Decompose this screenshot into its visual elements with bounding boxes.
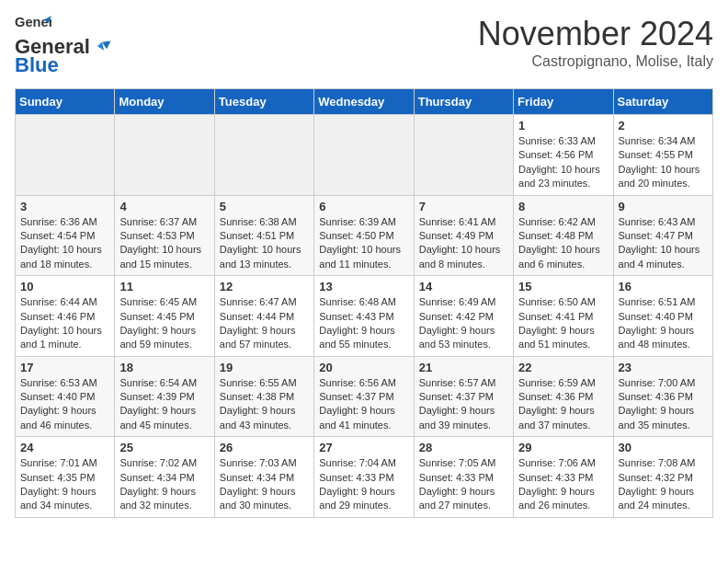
day-number: 27 [319, 441, 408, 454]
day-number: 11 [119, 280, 209, 293]
week-row-1: 1Sunrise: 6:33 AMSunset: 4:56 PMDaylight… [16, 115, 713, 196]
day-number: 24 [20, 441, 109, 454]
calendar-cell: 20Sunrise: 6:56 AMSunset: 4:37 PMDayligh… [314, 356, 414, 437]
day-number: 22 [518, 361, 608, 374]
day-info: Sunrise: 6:37 AMSunset: 4:53 PMDaylight:… [119, 215, 209, 272]
day-info: Sunrise: 6:45 AMSunset: 4:45 PMDaylight:… [119, 295, 209, 352]
day-number: 3 [20, 200, 109, 213]
day-info: Sunrise: 6:34 AMSunset: 4:55 PMDaylight:… [619, 134, 708, 191]
day-info: Sunrise: 6:57 AMSunset: 4:37 PMDaylight:… [419, 376, 508, 433]
day-number: 28 [419, 441, 508, 454]
day-number: 16 [619, 280, 708, 293]
calendar-cell: 15Sunrise: 6:50 AMSunset: 4:41 PMDayligh… [514, 276, 613, 357]
logo-icon: General [15, 15, 51, 33]
day-number: 10 [20, 280, 109, 293]
calendar-cell: 17Sunrise: 6:53 AMSunset: 4:40 PMDayligh… [16, 356, 115, 437]
logo-bird-icon [92, 40, 112, 54]
calendar-table: SundayMondayTuesdayWednesdayThursdayFrid… [15, 88, 713, 518]
location: Castropignano, Molise, Italy [478, 53, 713, 70]
calendar-cell: 7Sunrise: 6:41 AMSunset: 4:49 PMDaylight… [414, 195, 513, 276]
day-info: Sunrise: 7:08 AMSunset: 4:32 PMDaylight:… [619, 456, 708, 513]
calendar-cell: 1Sunrise: 6:33 AMSunset: 4:56 PMDaylight… [514, 115, 613, 196]
day-number: 17 [20, 361, 109, 374]
calendar-cell: 9Sunrise: 6:43 AMSunset: 4:47 PMDaylight… [613, 195, 712, 276]
week-row-4: 17Sunrise: 6:53 AMSunset: 4:40 PMDayligh… [16, 356, 713, 437]
week-row-2: 3Sunrise: 6:36 AMSunset: 4:54 PMDaylight… [16, 195, 713, 276]
week-row-3: 10Sunrise: 6:44 AMSunset: 4:46 PMDayligh… [16, 276, 713, 357]
day-info: Sunrise: 7:05 AMSunset: 4:33 PMDaylight:… [419, 456, 508, 513]
calendar-cell: 21Sunrise: 6:57 AMSunset: 4:37 PMDayligh… [414, 356, 513, 437]
calendar-cell: 19Sunrise: 6:55 AMSunset: 4:38 PMDayligh… [214, 356, 313, 437]
day-number: 13 [319, 280, 408, 293]
day-info: Sunrise: 6:38 AMSunset: 4:51 PMDaylight:… [220, 215, 309, 272]
calendar-cell: 29Sunrise: 7:06 AMSunset: 4:33 PMDayligh… [514, 437, 613, 518]
day-info: Sunrise: 6:50 AMSunset: 4:41 PMDaylight:… [518, 295, 608, 352]
day-number: 7 [419, 200, 508, 213]
calendar-cell: 4Sunrise: 6:37 AMSunset: 4:53 PMDaylight… [115, 195, 214, 276]
calendar-cell: 30Sunrise: 7:08 AMSunset: 4:32 PMDayligh… [613, 437, 712, 518]
calendar-cell [16, 115, 115, 196]
day-number: 4 [119, 200, 209, 213]
day-info: Sunrise: 7:06 AMSunset: 4:33 PMDaylight:… [518, 456, 608, 513]
calendar-cell: 11Sunrise: 6:45 AMSunset: 4:45 PMDayligh… [115, 276, 214, 357]
col-header-saturday: Saturday [613, 89, 712, 115]
svg-text:General: General [15, 15, 51, 29]
day-number: 8 [518, 200, 608, 213]
calendar-cell: 22Sunrise: 6:59 AMSunset: 4:36 PMDayligh… [514, 356, 613, 437]
logo: General General Blue [15, 15, 114, 77]
week-row-5: 24Sunrise: 7:01 AMSunset: 4:35 PMDayligh… [16, 437, 713, 518]
day-number: 2 [619, 119, 708, 132]
col-header-monday: Monday [115, 89, 214, 115]
day-info: Sunrise: 6:54 AMSunset: 4:39 PMDaylight:… [119, 376, 209, 433]
day-info: Sunrise: 7:02 AMSunset: 4:34 PMDaylight:… [119, 456, 209, 513]
calendar-cell: 14Sunrise: 6:49 AMSunset: 4:42 PMDayligh… [414, 276, 513, 357]
day-number: 5 [220, 200, 309, 213]
day-info: Sunrise: 6:36 AMSunset: 4:54 PMDaylight:… [20, 215, 109, 272]
day-info: Sunrise: 6:42 AMSunset: 4:48 PMDaylight:… [518, 215, 608, 272]
day-info: Sunrise: 6:41 AMSunset: 4:49 PMDaylight:… [419, 215, 508, 272]
day-info: Sunrise: 6:49 AMSunset: 4:42 PMDaylight:… [419, 295, 508, 352]
day-info: Sunrise: 7:00 AMSunset: 4:36 PMDaylight:… [619, 376, 708, 433]
calendar-cell: 16Sunrise: 6:51 AMSunset: 4:40 PMDayligh… [613, 276, 712, 357]
calendar-cell: 10Sunrise: 6:44 AMSunset: 4:46 PMDayligh… [16, 276, 115, 357]
calendar-cell: 2Sunrise: 6:34 AMSunset: 4:55 PMDaylight… [613, 115, 712, 196]
day-number: 1 [518, 119, 608, 132]
col-header-thursday: Thursday [414, 89, 513, 115]
day-info: Sunrise: 6:56 AMSunset: 4:37 PMDaylight:… [319, 376, 408, 433]
day-info: Sunrise: 7:04 AMSunset: 4:33 PMDaylight:… [319, 456, 408, 513]
day-info: Sunrise: 6:43 AMSunset: 4:47 PMDaylight:… [619, 215, 708, 272]
month-title: November 2024 [478, 15, 713, 53]
calendar-cell: 3Sunrise: 6:36 AMSunset: 4:54 PMDaylight… [16, 195, 115, 276]
day-number: 30 [619, 441, 708, 454]
calendar-cell [414, 115, 513, 196]
calendar-cell [314, 115, 414, 196]
calendar-header-row: SundayMondayTuesdayWednesdayThursdayFrid… [16, 89, 713, 115]
day-info: Sunrise: 6:48 AMSunset: 4:43 PMDaylight:… [319, 295, 408, 352]
calendar-cell: 24Sunrise: 7:01 AMSunset: 4:35 PMDayligh… [16, 437, 115, 518]
calendar-cell: 18Sunrise: 6:54 AMSunset: 4:39 PMDayligh… [115, 356, 214, 437]
day-number: 14 [419, 280, 508, 293]
calendar-cell [115, 115, 214, 196]
day-number: 25 [119, 441, 209, 454]
day-info: Sunrise: 6:44 AMSunset: 4:46 PMDaylight:… [20, 295, 109, 352]
day-number: 6 [319, 200, 408, 213]
day-number: 12 [220, 280, 309, 293]
title-block: November 2024 Castropignano, Molise, Ita… [478, 15, 713, 70]
day-number: 21 [419, 361, 508, 374]
day-info: Sunrise: 6:51 AMSunset: 4:40 PMDaylight:… [619, 295, 708, 352]
day-info: Sunrise: 7:01 AMSunset: 4:35 PMDaylight:… [20, 456, 109, 513]
col-header-friday: Friday [514, 89, 613, 115]
day-info: Sunrise: 7:03 AMSunset: 4:34 PMDaylight:… [220, 456, 309, 513]
day-number: 26 [220, 441, 309, 454]
day-number: 9 [619, 200, 708, 213]
calendar-cell: 27Sunrise: 7:04 AMSunset: 4:33 PMDayligh… [314, 437, 414, 518]
calendar-cell: 28Sunrise: 7:05 AMSunset: 4:33 PMDayligh… [414, 437, 513, 518]
day-number: 29 [518, 441, 608, 454]
calendar-cell: 23Sunrise: 7:00 AMSunset: 4:36 PMDayligh… [613, 356, 712, 437]
day-number: 15 [518, 280, 608, 293]
col-header-sunday: Sunday [16, 89, 115, 115]
calendar-cell [214, 115, 313, 196]
calendar-cell: 12Sunrise: 6:47 AMSunset: 4:44 PMDayligh… [214, 276, 313, 357]
day-info: Sunrise: 6:33 AMSunset: 4:56 PMDaylight:… [518, 134, 608, 191]
calendar-cell: 8Sunrise: 6:42 AMSunset: 4:48 PMDaylight… [514, 195, 613, 276]
